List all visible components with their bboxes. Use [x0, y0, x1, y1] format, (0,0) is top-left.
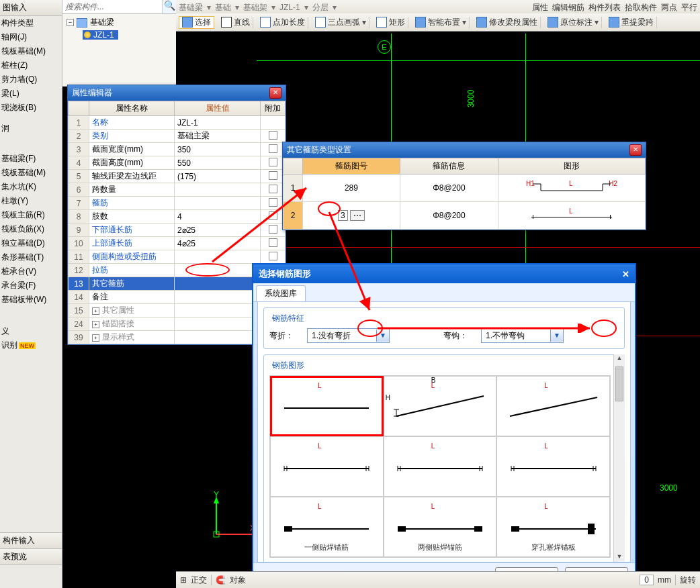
property-value-cell[interactable]: 基础主梁 [175, 130, 261, 143]
left-bottom-header1[interactable]: 构件输入 [0, 533, 62, 549]
sidebar-item[interactable]: 筏板主筋(R) [0, 208, 62, 222]
close-icon[interactable]: ✕ [269, 87, 281, 99]
sidebar-item[interactable]: 构件类型 [0, 16, 62, 30]
sidebar-item[interactable]: 轴网(J) [0, 30, 62, 44]
svg-line-35 [329, 212, 369, 310]
stirrup-info-cell[interactable]: Φ8@200 [400, 202, 498, 230]
col-stirrup-shape[interactable]: 图形 [498, 158, 646, 175]
sidebar-item[interactable]: 桩承台(V) [0, 264, 62, 279]
sidebar-item[interactable]: 筏板负筋(X) [0, 222, 62, 236]
property-editor-titlebar[interactable]: 属性编辑器 ✕ [68, 85, 286, 101]
tb1-parallel[interactable]: 平行 [681, 2, 697, 13]
status-bar: ⊞正交 🧲对象 0 mm 旋转 [176, 571, 700, 588]
rebar-shape-cell[interactable]: L两侧贴焊锚筋 [384, 497, 497, 557]
annotation-arrow [322, 209, 383, 317]
tb1-component-list[interactable]: 构件列表 [588, 2, 621, 13]
tool-smart[interactable]: 智能布置 [412, 17, 470, 28]
rebar-shape-scrollbar[interactable]: ▲ ▼ [613, 354, 625, 562]
component-search-panel: 🔍 − 基础梁 JZL-1 [62, 0, 177, 87]
arc-icon [315, 17, 326, 28]
tb1-item[interactable]: 基础架 [243, 2, 267, 13]
sidebar-item[interactable]: 洞 [0, 121, 62, 136]
property-value-cell[interactable] [175, 291, 261, 304]
search-input[interactable] [62, 0, 162, 13]
rebar-shape-cell[interactable]: L [384, 436, 497, 497]
rebar-shape-cell[interactable]: L穿孔塞焊锚板 [496, 497, 610, 557]
tool-select[interactable]: 选择 [179, 16, 214, 29]
property-row[interactable]: 3截面宽度(mm)350 [69, 143, 286, 156]
stirrup-info-cell[interactable]: Φ8@200 [400, 175, 498, 202]
property-row[interactable]: 2类别基础主梁 [69, 130, 286, 143]
tb1-attr[interactable]: 属性 [532, 2, 548, 13]
tool-modify-beam[interactable]: 修改梁段属性 [474, 17, 541, 28]
stirrup-titlebar[interactable]: 其它箍筋类型设置 ✕ [283, 142, 646, 158]
ortho-toggle[interactable]: 正交 [191, 575, 207, 586]
property-value-cell[interactable] [175, 331, 261, 344]
scroll-up-icon[interactable]: ▲ [614, 354, 625, 365]
search-icon[interactable]: 🔍 [162, 0, 177, 13]
stirrup-shape-cell: H1 L H2 [498, 175, 646, 202]
scroll-down-icon[interactable]: ▼ [614, 553, 625, 562]
tb1-item[interactable]: JZL-1 [279, 3, 300, 12]
tool-line[interactable]: 直线 [218, 17, 253, 28]
tb1-edit-rebar[interactable]: 编辑钢筋 [552, 2, 584, 13]
property-value-cell[interactable]: 550 [175, 156, 261, 170]
tool-annotate[interactable]: 原位标注 [545, 17, 602, 28]
col-stirrup-code[interactable]: 箍筋图号 [303, 158, 400, 175]
tool-respan[interactable]: 重提梁跨 [606, 17, 657, 28]
rebar-shape-cell[interactable]: L [496, 436, 610, 497]
sidebar-item[interactable]: 基础板带(W) [0, 293, 62, 307]
sidebar-item[interactable]: 筏板基础(M) [0, 44, 62, 58]
close-icon[interactable]: ✕ [629, 144, 642, 156]
rebar-shape-cell[interactable]: L [496, 376, 610, 436]
rebar-shape-cell[interactable]: LBH [384, 376, 497, 436]
scroll-thumb[interactable] [615, 366, 623, 401]
rotate-label[interactable]: 旋转 [680, 575, 696, 586]
tree-child-selected[interactable]: JZL-1 [83, 30, 118, 40]
tb1-item[interactable]: 分层 [312, 2, 329, 13]
tb1-item[interactable]: 基础 [215, 2, 231, 13]
tb1-pick[interactable]: 拾取构件 [625, 2, 657, 13]
rebar-dlg-title: 选择钢筋图形 [259, 268, 311, 280]
sidebar-item[interactable]: 剪力墙(Q) [0, 72, 62, 87]
property-value-cell[interactable] [175, 317, 261, 331]
property-row[interactable]: 4截面高度(mm)550 [69, 156, 286, 170]
rebar-shape-cell[interactable]: L [270, 436, 384, 497]
annotation-arrow [206, 181, 320, 268]
property-value-cell[interactable]: 350 [175, 143, 261, 156]
sidebar-item[interactable]: 柱墩(Y) [0, 194, 62, 208]
sidebar-item[interactable]: 承台梁(F) [0, 279, 62, 293]
sidebar-item[interactable]: 现浇板(B) [0, 101, 62, 115]
tab-system-library[interactable]: 系统图库 [256, 285, 306, 301]
tb1-twopoint[interactable]: 两点 [661, 2, 677, 13]
collapse-icon[interactable]: − [67, 19, 74, 26]
sidebar-item[interactable]: 义 [0, 324, 62, 338]
value-field[interactable]: 0 [640, 575, 654, 585]
search-box: 🔍 [62, 0, 177, 14]
sidebar-item[interactable]: 条形基础(T) [0, 250, 62, 264]
stirrup-shape-cell: L [498, 202, 646, 230]
tree-root[interactable]: − 基础梁 [67, 17, 173, 28]
sidebar-item[interactable]: 集水坑(K) [0, 180, 62, 194]
property-value-cell[interactable]: JZL-1 [175, 116, 261, 130]
col-stirrup-info[interactable]: 箍筋信息 [400, 158, 498, 175]
stirrup-row[interactable]: 1 289 Φ8@200 H1 L H2 [283, 175, 646, 202]
close-icon[interactable]: ✕ [622, 269, 629, 279]
sidebar-item[interactable]: 独立基础(D) [0, 236, 62, 250]
sidebar-item[interactable]: 基础梁(F) [0, 152, 62, 166]
tool-arc3p[interactable]: 三点画弧 [312, 17, 369, 28]
object-snap[interactable]: 对象 [230, 575, 246, 586]
tb1-item[interactable]: 基础梁 [179, 2, 203, 13]
sidebar-item[interactable]: 桩柱(Z) [0, 58, 62, 72]
sidebar-item[interactable]: 梁(L) [0, 87, 62, 101]
tool-extend[interactable]: 点加长度 [257, 17, 308, 28]
tool-rect[interactable]: 矩形 [374, 17, 408, 28]
property-value-cell[interactable] [175, 304, 261, 317]
property-value-cell[interactable] [175, 277, 261, 291]
rebar-shape-cell[interactable]: L一侧贴焊锚筋 [270, 497, 384, 557]
property-row[interactable]: 1名称JZL-1 [69, 116, 286, 130]
sidebar-item[interactable]: 筏板基础(M) [0, 166, 62, 180]
left-bottom-header2[interactable]: 表预览 [0, 549, 62, 565]
rebar-shape-cell[interactable]: L [270, 376, 384, 436]
sidebar-item-recognize[interactable]: 识别 [0, 338, 62, 352]
